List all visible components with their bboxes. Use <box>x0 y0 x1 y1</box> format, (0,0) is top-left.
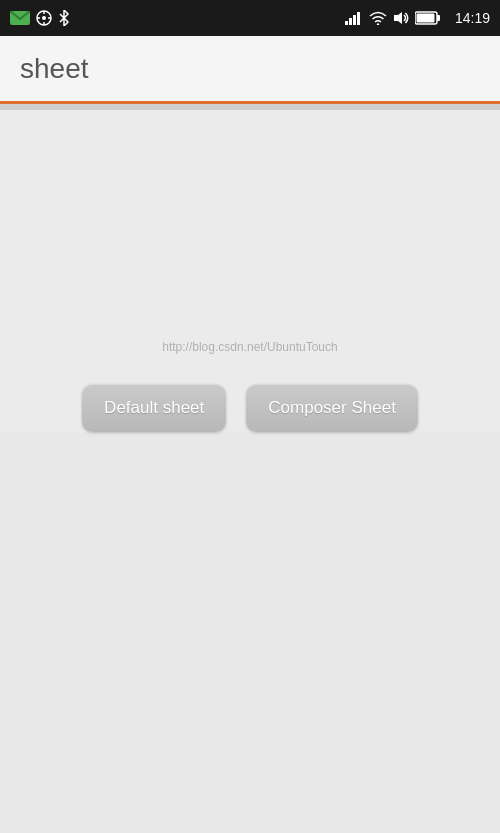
status-bar-system: 14:19 <box>345 10 490 26</box>
svg-rect-10 <box>357 12 360 25</box>
bluetooth-icon <box>58 10 70 26</box>
location-icon <box>36 10 52 26</box>
signal-icon <box>345 11 363 25</box>
svg-rect-7 <box>345 21 348 25</box>
svg-rect-9 <box>353 15 356 25</box>
default-sheet-button[interactable]: Default sheet <box>82 384 226 432</box>
status-time: 14:19 <box>455 10 490 26</box>
page-title: sheet <box>20 53 89 85</box>
svg-rect-14 <box>437 15 440 21</box>
url-label: http://blog.csdn.net/UbuntuTouch <box>162 340 337 354</box>
status-bar: 14:19 <box>0 0 500 36</box>
svg-marker-12 <box>394 12 402 24</box>
status-bar-notifications <box>10 10 70 26</box>
battery-icon <box>415 11 441 25</box>
main-content: http://blog.csdn.net/UbuntuTouch Default… <box>0 110 500 432</box>
svg-rect-8 <box>349 18 352 25</box>
svg-point-2 <box>42 16 46 20</box>
app-header: sheet <box>0 36 500 104</box>
mail-icon <box>10 11 30 25</box>
svg-point-11 <box>377 23 379 25</box>
wifi-icon <box>369 11 387 25</box>
svg-rect-15 <box>416 14 434 23</box>
composer-sheet-button[interactable]: Composer Sheet <box>246 384 418 432</box>
volume-icon <box>393 11 409 25</box>
buttons-row: Default sheet Composer Sheet <box>82 384 418 432</box>
